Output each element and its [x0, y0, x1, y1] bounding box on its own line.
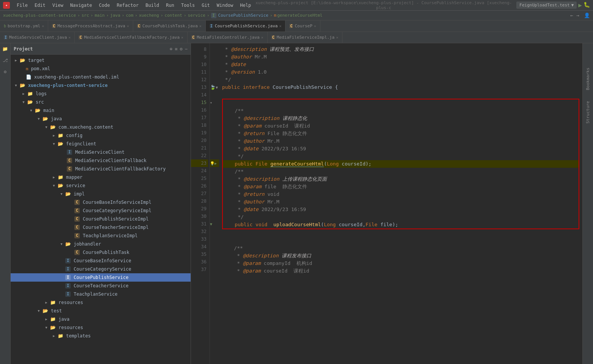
tab-coursepublishservice[interactable]: I CoursePublishService.java ✕	[206, 20, 286, 32]
tree-item-target[interactable]: ▶ 📂 target	[11, 56, 191, 65]
tab-coursepublishtask[interactable]: C CoursePublishTask.java ✕	[133, 20, 206, 32]
bookmarks-panel[interactable]: Bookmarks	[584, 66, 592, 92]
sidebar-collapse-icon[interactable]: ≡	[175, 46, 177, 52]
tree-item-test-java[interactable]: ▶ 📁 java	[11, 315, 191, 323]
menu-edit[interactable]: Edit	[32, 2, 49, 9]
tab-close-coursepublishtask[interactable]: ✕	[199, 24, 202, 28]
arrow-icon-31[interactable]: ▼	[210, 222, 212, 226]
nav-forward-icon[interactable]: →	[576, 13, 579, 18]
tree-item-teachplan-svc[interactable]: I TeachplanService	[11, 290, 191, 298]
tree-item-service[interactable]: ▼ 📂 service	[11, 181, 191, 190]
tree-arrow-config: ▶	[52, 134, 56, 137]
tree-item-resources[interactable]: ▶ 📁 resources	[11, 298, 191, 307]
structure-panel[interactable]: Structure	[584, 99, 592, 125]
tab-close-coursep[interactable]: ✕	[314, 24, 316, 28]
menu-run[interactable]: Run	[163, 2, 177, 9]
tree-item-src[interactable]: ▼ 📂 src	[11, 98, 191, 106]
menu-navigate[interactable]: Navigate	[67, 2, 95, 9]
fold-icon-15[interactable]: ▾	[210, 101, 212, 105]
vcs-icon[interactable]: ⎇	[1, 56, 9, 65]
tab-label-coursepublishtask: CoursePublishTask.java	[142, 24, 198, 28]
folder-icon-impl: 📂	[65, 191, 71, 197]
breakpoint-icon-23[interactable]: ▶	[214, 161, 217, 165]
tree-item-pom[interactable]: m pom.xml	[11, 65, 191, 73]
tree-item-config[interactable]: ▶ 📁 config	[11, 131, 191, 140]
tree-item-coursebaseinfo-impl[interactable]: C CourseBaseInfoServiceImpl	[11, 198, 191, 206]
tab-mediaserviceclient[interactable]: I MediaServiceClient.java ✕	[0, 32, 75, 43]
settings-icon[interactable]: ⚙	[2, 68, 8, 76]
menu-window[interactable]: Window	[214, 2, 236, 9]
tree-item-coursepublish-impl[interactable]: C CoursePublishServiceImpl	[11, 215, 191, 223]
breadcrumb-xuecheng[interactable]: xuecheng	[139, 13, 159, 18]
menu-git[interactable]: Git	[199, 2, 213, 9]
tree-item-courseteacher-impl[interactable]: C CourseTeacherServiceImpl	[11, 223, 191, 232]
breadcrumb-com[interactable]: com	[126, 13, 133, 18]
sidebar-minimize-icon[interactable]: −	[185, 46, 188, 52]
breadcrumb-java[interactable]: java	[110, 13, 120, 18]
menu-code[interactable]: Code	[96, 2, 113, 9]
tree-item-courseteacher-svc[interactable]: I CourseTeacherService	[11, 282, 191, 290]
tree-item-teachplan-impl[interactable]: C TeachplanServiceImpl	[11, 232, 191, 240]
tab-mediafilescontroller[interactable]: C MediaFilesController.java ✕	[188, 32, 268, 43]
tree-item-coursepublish-svc[interactable]: I CoursePublishService	[11, 273, 191, 282]
project-icon[interactable]: 📁	[1, 45, 9, 53]
tree-item-templates[interactable]: ▶ 📁 templates	[11, 332, 191, 340]
nav-back-icon[interactable]: ←	[570, 13, 573, 18]
breadcrumb-src[interactable]: src	[82, 13, 89, 18]
tab-close-messageprocess[interactable]: ✕	[127, 24, 129, 28]
tree-item-test-resources[interactable]: ▼ 📂 resources	[11, 323, 191, 332]
debug-button[interactable]: 🐛	[584, 2, 590, 9]
menu-view[interactable]: View	[49, 2, 66, 9]
tab-messageprocess[interactable]: C MessageProcessAbstract.java ✕	[48, 20, 133, 32]
menu-file[interactable]: File	[14, 2, 31, 9]
tree-item-impl[interactable]: ▼ 📂 impl	[11, 190, 191, 198]
menu-tools[interactable]: Tools	[178, 2, 198, 9]
line-30: 30	[191, 213, 208, 220]
tree-item-mscf[interactable]: C MediaServiceClientFallback	[11, 156, 191, 165]
run-button[interactable]: ▶	[578, 2, 582, 9]
tab-coursep[interactable]: C CourseP ✕	[285, 20, 320, 32]
breadcrumb-service[interactable]: xuecheng-plus-content-service	[3, 13, 76, 18]
tree-item-test[interactable]: ▼ 📂 test	[11, 307, 191, 315]
tree-item-coursecategory-impl[interactable]: C CourseCategoryServiceImpl	[11, 206, 191, 215]
tab-close-mediaserviceclientfallbackfactory[interactable]: ✕	[181, 35, 183, 39]
tab-mediaserviceclientfallbackfactory[interactable]: C MediaServiceClientFallbackFactory.java…	[75, 32, 188, 43]
tree-item-mapper[interactable]: ▶ 📁 mapper	[11, 173, 191, 181]
tree-item-jobhandler[interactable]: ▼ 📂 jobhandler	[11, 240, 191, 248]
tree-item-com[interactable]: ▼ 📂 com.xuecheng.content	[11, 123, 191, 131]
menu-help[interactable]: Help	[237, 2, 254, 9]
tree-item-java[interactable]: ▼ 📂 java	[11, 115, 191, 123]
tab-close-coursepublishservice[interactable]: ✕	[279, 24, 281, 28]
tree-item-feignclient[interactable]: ▼ 📂 feignclient	[11, 140, 191, 148]
menu-refactor[interactable]: Refactor	[114, 2, 142, 9]
tab-bootstrap[interactable]: b bootstrap.yml ✕	[0, 20, 48, 32]
breadcrumb-class[interactable]: I CoursePublishService	[211, 13, 268, 18]
tree-item-coursebaseinfo-svc[interactable]: I CourseBaseInfoService	[11, 257, 191, 265]
tree-item-logs[interactable]: ▶ 📁 logs	[11, 90, 191, 98]
breadcrumb-main[interactable]: main	[95, 13, 105, 18]
tree-item-coursecategory-svc[interactable]: I CourseCategoryService	[11, 265, 191, 273]
tree-item-content-service[interactable]: ▼ 📂 xuecheng-plus-content-service	[11, 81, 191, 90]
tab-close-bootstrap[interactable]: ✕	[42, 24, 44, 28]
tree-item-mediaserviceclient[interactable]: I MediaServiceClient	[11, 148, 191, 156]
tree-item-iml[interactable]: 📄 xuecheng-plus-content-model.iml	[11, 73, 191, 81]
line-15-fold[interactable]: 15	[191, 99, 208, 106]
sidebar-gear-icon[interactable]: ⚙	[180, 46, 183, 52]
code-line-26: * @param file 静态化文件	[223, 183, 579, 191]
user-icon[interactable]: 👤	[584, 13, 590, 18]
tab-close-mediafileserviceimpl[interactable]: ✕	[336, 35, 338, 39]
tab-close-mediafilescontroller[interactable]: ✕	[261, 35, 263, 39]
breadcrumb-service2[interactable]: service	[188, 13, 205, 18]
sidebar-locate-icon[interactable]: ⊕	[170, 46, 172, 52]
breadcrumb-method[interactable]: m generateCourseHtml	[274, 13, 323, 18]
menu-build[interactable]: Build	[142, 2, 162, 9]
breadcrumb-content[interactable]: content	[165, 13, 182, 18]
tab-close-mediaserviceclient[interactable]: ✕	[68, 35, 71, 39]
code-content[interactable]: * @description 课程预览、发布接口 * @author Mr.M …	[219, 43, 582, 364]
tree-item-main[interactable]: ▼ 📂 main	[11, 106, 191, 115]
tab-mediafileserviceimpl[interactable]: C MediaFileServiceImpl.ja ✕	[268, 32, 342, 43]
fold-icon-13[interactable]: ▼	[216, 85, 218, 90]
run-config-selector[interactable]: FeignUploadTest.test ▼	[516, 2, 577, 9]
tree-item-mscff[interactable]: C MediaServiceClientFallbackFactory	[11, 165, 191, 173]
tree-item-coursepublishtask-jh[interactable]: C CoursePublishTask	[11, 248, 191, 257]
